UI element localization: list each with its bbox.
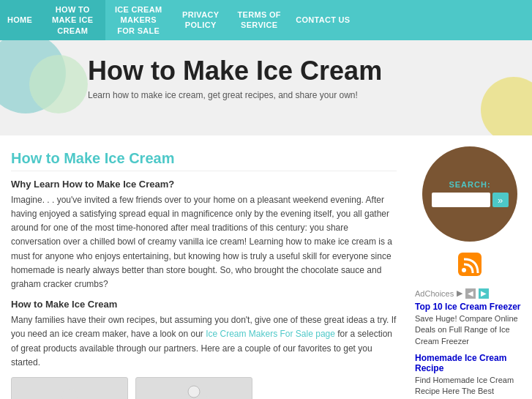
svg-point-8 <box>188 386 200 398</box>
site-title: How to Make Ice Cream <box>88 55 517 86</box>
site-tagline: Learn how to make ice cream, get great r… <box>88 90 517 100</box>
svg-point-10 <box>462 268 466 272</box>
search-widget: SEARCH: » <box>422 146 517 242</box>
ad-desc-1: Save Huge! Compare Online Deals on Full … <box>415 313 525 347</box>
sidebar: SEARCH: » AdChoices ▶ ◀ ▶ Top 10 I <box>408 143 532 399</box>
ad-box: AdChoices ▶ ◀ ▶ Top 10 Ice Cream Freezer… <box>415 288 525 399</box>
header-text-block: How to Make Ice Cream Learn how to make … <box>88 55 517 100</box>
product-images <box>11 377 397 399</box>
search-button[interactable]: » <box>492 193 509 207</box>
product-image-1 <box>11 377 128 399</box>
section2-heading: How to Make Ice Cream <box>11 299 397 310</box>
ad-link-2[interactable]: Homemade Ice Cream Recipe <box>415 353 525 373</box>
nav-privacy[interactable]: PRIVACY POLICY <box>171 0 230 40</box>
section2-body: Many families have their own recipes, bu… <box>11 313 397 370</box>
ad-prev-button[interactable]: ◀ <box>465 288 476 299</box>
main-nav: HOME HOW TO MAKE ICE CREAM ICE CREAM MAK… <box>0 0 532 40</box>
site-header: How to Make Ice Cream Learn how to make … <box>0 40 532 135</box>
circle-green <box>29 55 88 113</box>
product-image-2 <box>135 377 252 399</box>
nav-makers[interactable]: ICE CREAM MAKERS FOR SALE <box>105 0 171 40</box>
ice-cream-makers-link[interactable]: Ice Cream Makers For Sale page <box>206 329 335 339</box>
svg-point-2 <box>61 389 78 399</box>
nav-terms[interactable]: TERMS OF SERVICE <box>230 0 288 40</box>
content-main-heading: How to Make Ice Cream <box>11 150 397 171</box>
main-content: How to Make Ice Cream Why Learn How to M… <box>0 143 408 399</box>
search-input[interactable] <box>432 193 490 207</box>
ad-link-1[interactable]: Top 10 Ice Cream Freezer <box>415 302 525 312</box>
rss-icon[interactable] <box>415 253 525 281</box>
section1-body: Imagine. . . you've invited a few friend… <box>11 193 397 291</box>
ad-desc-2: Find Homemade Ice Cream Recipe Here The … <box>415 375 525 399</box>
nav-home[interactable]: HOME <box>0 0 40 40</box>
ad-header: AdChoices ▶ ◀ ▶ <box>415 288 525 299</box>
search-input-wrap: » <box>432 193 509 207</box>
ad-next-button[interactable]: ▶ <box>479 288 489 299</box>
section1-heading: Why Learn How to Make Ice Cream? <box>11 179 397 190</box>
ad-choices-label: AdChoices <box>415 289 454 298</box>
nav-how-to[interactable]: HOW TO MAKE ICE CREAM <box>40 0 105 40</box>
search-label: SEARCH: <box>449 180 490 189</box>
main-container: How to Make Ice Cream Why Learn How to M… <box>0 135 532 399</box>
nav-contact[interactable]: CONTACT US <box>288 0 357 40</box>
ad-choices-icon: ▶ <box>457 288 462 298</box>
